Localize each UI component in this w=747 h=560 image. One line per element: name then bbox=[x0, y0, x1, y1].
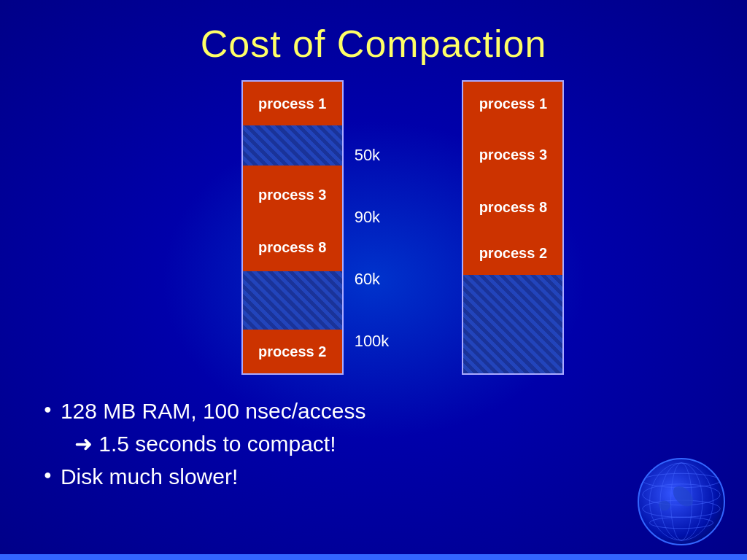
right-block-process8: process 8 bbox=[463, 184, 562, 231]
globe-svg bbox=[639, 459, 724, 544]
left-block-process2: process 2 bbox=[243, 330, 342, 373]
arrow-line: ➜ 1.5 seconds to compact! bbox=[74, 429, 747, 458]
left-block-process1: process 1 bbox=[243, 82, 342, 125]
right-block-process2: process 2 bbox=[463, 231, 562, 275]
right-diagram: process 1 process 3 process 8 process 2 bbox=[462, 80, 564, 375]
left-block-process8: process 8 bbox=[243, 224, 342, 271]
bullets-section: ● 128 MB RAM, 100 nsec/access ➜ 1.5 seco… bbox=[0, 397, 747, 495]
arrow-text: ➜ 1.5 seconds to compact! bbox=[74, 429, 336, 458]
left-block-process3: process 3 bbox=[243, 166, 342, 224]
bullet-1-text: 128 MB RAM, 100 nsec/access bbox=[61, 397, 366, 425]
bullet-dot-1: ● bbox=[44, 401, 52, 418]
globe-circle bbox=[638, 458, 725, 545]
right-block-process1: process 1 bbox=[463, 82, 562, 125]
svg-point-0 bbox=[643, 473, 720, 487]
right-block-free bbox=[463, 275, 562, 373]
left-memory-column: process 1 process 3 process 8 process 2 bbox=[241, 80, 344, 375]
right-block-process3: process 3 bbox=[463, 125, 562, 184]
svg-point-3 bbox=[650, 517, 713, 528]
slide: Cost of Compaction process 1 process 3 p… bbox=[0, 0, 747, 560]
size-label-100k: 100k bbox=[355, 333, 390, 349]
globe-decoration bbox=[638, 458, 732, 553]
left-diagram: process 1 process 3 process 8 process 2 … bbox=[241, 80, 390, 375]
slide-title: Cost of Compaction bbox=[201, 22, 547, 66]
left-block-free1 bbox=[243, 125, 342, 166]
size-label-60k: 60k bbox=[355, 271, 390, 287]
left-block-free2 bbox=[243, 271, 342, 330]
bullet-1: ● 128 MB RAM, 100 nsec/access bbox=[44, 397, 747, 425]
bullet-2-text: Disk much slower! bbox=[61, 462, 238, 491]
bullet-dot-2: ● bbox=[44, 467, 52, 483]
right-memory-column: process 1 process 3 process 8 process 2 bbox=[462, 80, 564, 375]
size-labels: 50k 90k 60k 100k bbox=[355, 80, 390, 372]
size-label-90k: 90k bbox=[355, 209, 390, 225]
diagrams-area: process 1 process 3 process 8 process 2 … bbox=[0, 80, 747, 375]
bottom-bar bbox=[0, 554, 747, 560]
size-label-50k: 50k bbox=[355, 147, 390, 163]
